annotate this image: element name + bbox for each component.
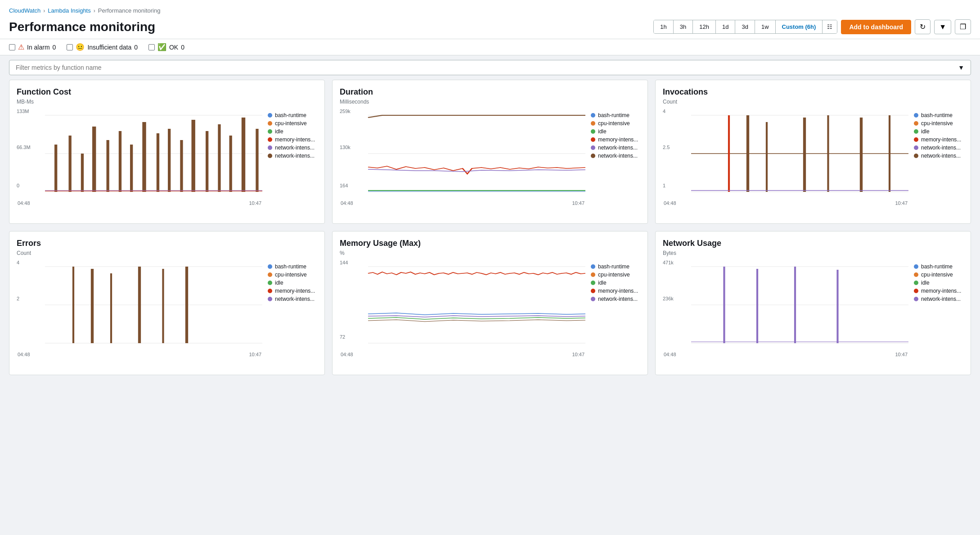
svg-rect-3 xyxy=(54,145,57,192)
svg-rect-7 xyxy=(107,140,109,192)
refresh-button[interactable]: ↻ xyxy=(915,19,931,34)
function-cost-svg xyxy=(17,109,262,199)
legend-d-dot-memory xyxy=(591,137,595,142)
svg-rect-10 xyxy=(142,122,146,192)
breadcrumb-current: Performance monitoring xyxy=(98,7,161,14)
y-label-164: 164 xyxy=(340,183,348,188)
time-btn-3h[interactable]: 3h xyxy=(674,20,693,33)
legend-n-memory: memory-intens... xyxy=(914,288,963,294)
function-cost-canvas: 133M 66.3M 0 xyxy=(17,109,262,208)
svg-rect-14 xyxy=(192,120,195,192)
ok-checkbox[interactable] xyxy=(148,44,155,50)
y-label-236k: 236k xyxy=(663,296,674,301)
network-usage-unit: Bytes xyxy=(663,250,963,256)
fullscreen-button[interactable]: ❐ xyxy=(955,19,971,34)
charts-grid: Function Cost MB-Ms 133M 66.3M 0 xyxy=(0,80,980,382)
x-label-end: 10:47 xyxy=(249,200,261,206)
memory-usage-canvas: 144 72 04:48 10: xyxy=(340,260,585,359)
svg-rect-19 xyxy=(256,129,258,192)
add-to-dashboard-button[interactable]: Add to dashboard xyxy=(841,20,911,34)
legend-i-idle: idle xyxy=(914,128,963,135)
svg-rect-13 xyxy=(180,140,183,192)
memory-x-labels: 04:48 10:47 xyxy=(340,352,585,357)
ok-count: 0 xyxy=(181,44,184,51)
legend-e-bash: bash-runtime xyxy=(268,263,317,270)
function-cost-unit: MB-Ms xyxy=(17,99,317,105)
memory-usage-unit: % xyxy=(340,250,640,256)
legend-dot-cpu xyxy=(268,121,272,126)
in-alarm-status: ⚠ In alarm 0 xyxy=(9,43,56,51)
legend-idle: idle xyxy=(268,128,317,135)
in-alarm-label: In alarm xyxy=(27,44,50,51)
legend-i-bash: bash-runtime xyxy=(914,112,963,118)
time-btn-custom[interactable]: Custom (6h) xyxy=(776,20,823,33)
insufficient-checkbox[interactable] xyxy=(67,44,73,50)
time-btn-12h[interactable]: 12h xyxy=(693,20,716,33)
breadcrumb-sep-1: › xyxy=(43,8,45,14)
legend-i-network2: network-intens... xyxy=(914,153,963,159)
time-btn-1h[interactable]: 1h xyxy=(654,20,673,33)
insufficient-status: 😐 Insufficient data 0 xyxy=(67,43,138,51)
network-usage-canvas: 471k 236k 04:48 xyxy=(663,260,908,359)
legend-label-network1: network-intens... xyxy=(275,145,315,151)
calendar-icon-btn[interactable]: ☷ xyxy=(823,20,837,33)
legend-d-bash: bash-runtime xyxy=(591,112,640,118)
legend-bash-runtime: bash-runtime xyxy=(268,112,317,118)
svg-rect-16 xyxy=(218,124,220,192)
svg-rect-15 xyxy=(206,131,208,192)
y-label-4: 4 xyxy=(663,109,665,114)
legend-d-dot-cpu xyxy=(591,121,595,126)
legend-label-idle: idle xyxy=(275,128,283,135)
y-label-471k: 471k xyxy=(663,260,674,265)
breadcrumb-cloudwatch[interactable]: CloudWatch xyxy=(9,7,40,14)
legend-label-cpu: cpu-intensive xyxy=(275,120,307,127)
legend-d-dot-network2 xyxy=(591,154,595,158)
svg-rect-5 xyxy=(81,154,84,192)
errors-unit: Count xyxy=(17,250,317,256)
legend-m-idle: idle xyxy=(591,280,640,286)
legend-d-dot-network1 xyxy=(591,145,595,150)
legend-d-dot-idle xyxy=(591,129,595,134)
y-label-0: 0 xyxy=(17,183,19,188)
insufficient-count: 0 xyxy=(134,44,138,51)
legend-dot-memory xyxy=(268,137,272,142)
header-controls: 1h 3h 12h 1d 3d 1w Custom (6h) ☷ Add to … xyxy=(653,19,971,34)
filter-dropdown-icon[interactable]: ▼ xyxy=(958,64,964,71)
ok-status: ✅ OK 0 xyxy=(148,43,184,51)
y-label-1: 1 xyxy=(663,183,665,188)
time-btn-1w[interactable]: 1w xyxy=(755,20,776,33)
filter-input[interactable] xyxy=(16,64,958,71)
svg-rect-12 xyxy=(168,129,171,192)
time-btn-3d[interactable]: 3d xyxy=(735,20,755,33)
svg-rect-9 xyxy=(130,145,133,192)
legend-m-memory: memory-intens... xyxy=(591,288,640,294)
page-content: Function Cost MB-Ms 133M 66.3M 0 xyxy=(0,80,980,382)
svg-rect-18 xyxy=(242,118,245,192)
svg-rect-6 xyxy=(92,127,96,192)
breadcrumb-lambda-insights[interactable]: Lambda Insights xyxy=(48,7,90,14)
legend-n-cpu: cpu-intensive xyxy=(914,272,963,278)
in-alarm-checkbox[interactable] xyxy=(9,44,15,50)
invocations-unit: Count xyxy=(663,99,963,105)
legend-n-network1: network-intens... xyxy=(914,296,963,302)
memory-legend: bash-runtime cpu-intensive idle memory-i… xyxy=(591,260,640,359)
page-title: Performance monitoring xyxy=(9,20,155,34)
legend-label-memory: memory-intens... xyxy=(275,136,315,143)
insufficient-icon: 😐 xyxy=(76,43,85,51)
dropdown-button[interactable]: ▼ xyxy=(934,20,951,34)
errors-area: 4 2 04:48 xyxy=(17,260,317,359)
in-alarm-count: 0 xyxy=(53,44,56,51)
y-label-144: 144 xyxy=(340,260,348,265)
legend-d-network1: network-intens... xyxy=(591,145,640,151)
legend-d-dot-bash xyxy=(591,113,595,118)
errors-legend: bash-runtime cpu-intensive idle memory-i… xyxy=(268,260,317,359)
breadcrumb: CloudWatch › Lambda Insights › Performan… xyxy=(9,4,971,17)
errors-card: Errors Count 4 2 xyxy=(9,231,325,375)
legend-memory: memory-intens... xyxy=(268,136,317,143)
legend-dot-idle xyxy=(268,129,272,134)
time-btn-1d[interactable]: 1d xyxy=(716,20,735,33)
memory-usage-title: Memory Usage (Max) xyxy=(340,239,640,248)
function-cost-x-labels: 04:48 10:47 xyxy=(17,200,262,206)
legend-label-network2: network-intens... xyxy=(275,153,315,159)
network-legend: bash-runtime cpu-intensive idle memory-i… xyxy=(914,260,963,359)
